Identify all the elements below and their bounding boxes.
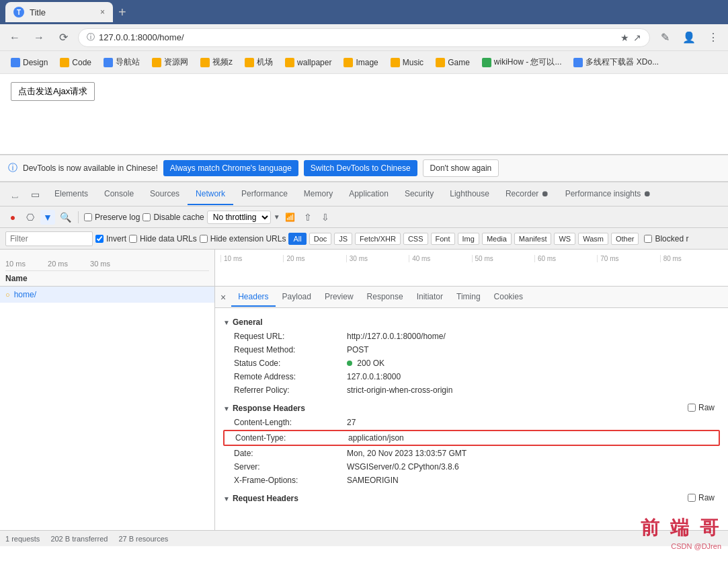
bookmark-item[interactable]: 导航站: [98, 54, 145, 71]
collapse-icon: ▼: [223, 319, 230, 326]
watermark-sub: CSDN @DJren: [671, 542, 721, 550]
throttle-select[interactable]: No throttling: [207, 211, 271, 224]
tab-security[interactable]: Security: [397, 184, 442, 205]
details-tab-timing[interactable]: Timing: [450, 288, 487, 307]
share-icon[interactable]: ↗: [633, 32, 641, 43]
tab-network[interactable]: Network: [188, 184, 233, 205]
forward-button[interactable]: →: [30, 28, 48, 47]
reload-button[interactable]: ⟳: [54, 28, 73, 47]
details-tab-headers[interactable]: Headers: [231, 288, 275, 307]
inspect-element-icon[interactable]: ⎵: [5, 184, 24, 205]
filter-button[interactable]: ▼: [40, 210, 55, 225]
request-headers-title[interactable]: ▼ Request Headers: [223, 490, 298, 506]
details-tab-cookies[interactable]: Cookies: [487, 288, 530, 307]
tab-close-button[interactable]: ×: [100, 7, 105, 17]
tab-console[interactable]: Console: [96, 184, 142, 205]
hide-extension-urls-input[interactable]: [200, 235, 208, 243]
active-tab[interactable]: T Title ×: [5, 2, 113, 22]
disable-cache-input[interactable]: [143, 213, 151, 221]
filter-type-font[interactable]: Font: [431, 233, 455, 245]
filter-input[interactable]: [5, 231, 93, 246]
invert-input[interactable]: [95, 235, 104, 243]
preserve-log-label: Preserve log: [95, 213, 140, 222]
blocked-input[interactable]: [644, 235, 652, 243]
ajax-button[interactable]: 点击发送Ajax请求: [11, 82, 95, 101]
filter-type-fetchxhr[interactable]: Fetch/XHR: [355, 233, 401, 245]
filter-type-doc[interactable]: Doc: [309, 233, 332, 245]
raw-checkbox[interactable]: Raw: [688, 403, 715, 412]
bookmark-item[interactable]: Image: [338, 55, 383, 70]
wifi-icon[interactable]: 📶: [283, 210, 298, 225]
status-code-label: Status Code:: [234, 359, 341, 368]
response-headers-title[interactable]: ▼ Response Headers: [223, 400, 305, 416]
new-tab-button[interactable]: +: [118, 5, 126, 20]
raw-input[interactable]: [688, 404, 696, 412]
preserve-log-checkbox[interactable]: Preserve log: [84, 213, 140, 222]
filter-type-all[interactable]: All: [288, 233, 306, 245]
details-column: 10 ms 20 ms 30 ms 40 ms 50 ms 60 ms 70 m…: [215, 250, 728, 530]
bookmark-item[interactable]: Game: [430, 55, 475, 70]
filter-type-wasm[interactable]: Wasm: [578, 233, 608, 245]
filter-type-manifest[interactable]: Manifest: [514, 233, 552, 245]
tab-lighthouse[interactable]: Lighthouse: [442, 184, 497, 205]
clear-button[interactable]: ⎔: [23, 210, 38, 225]
tab-sources[interactable]: Sources: [142, 184, 188, 205]
tab-memory[interactable]: Memory: [296, 184, 341, 205]
bookmark-item[interactable]: wikiHow - 您可以...: [477, 54, 567, 71]
switch-devtools-language-button[interactable]: Switch DevTools to Chinese: [304, 160, 417, 176]
raw-request-input[interactable]: [688, 494, 696, 502]
invert-label: Invert: [106, 234, 126, 244]
menu-button[interactable]: ⋮: [704, 28, 723, 47]
details-tab-response[interactable]: Response: [360, 288, 410, 307]
details-tab-payload[interactable]: Payload: [276, 288, 318, 307]
bookmark-item[interactable]: 资源网: [147, 54, 194, 71]
preserve-log-input[interactable]: [84, 213, 92, 221]
back-button[interactable]: ←: [5, 28, 24, 47]
transferred-size: 202 B transferred: [50, 535, 108, 543]
collapse-icon: ▼: [223, 495, 230, 502]
tab-application[interactable]: Application: [341, 184, 397, 205]
hide-data-urls-input[interactable]: [129, 235, 137, 243]
tab-performance-insights[interactable]: Performance insights ⏺: [557, 184, 659, 205]
dont-show-again-button[interactable]: Don't show again: [423, 159, 499, 177]
tick-60ms: 60 ms: [534, 255, 597, 262]
bookmark-item[interactable]: Music: [385, 55, 429, 70]
raw-request-checkbox[interactable]: Raw: [688, 493, 715, 502]
search-button[interactable]: 🔍: [58, 210, 73, 225]
bookmark-item[interactable]: 多线程下载器 XDo...: [568, 54, 664, 71]
always-match-language-button[interactable]: Always match Chrome's language: [163, 160, 298, 176]
tab-performance[interactable]: Performance: [233, 184, 296, 205]
blocked-checkbox[interactable]: Blocked r: [644, 234, 688, 244]
bookmark-item[interactable]: wallpaper: [280, 55, 337, 70]
address-box[interactable]: ⓘ 127.0.0.1:8000/home/ ★ ↗: [78, 28, 650, 47]
download-icon[interactable]: ⇩: [318, 210, 333, 225]
filter-type-js[interactable]: JS: [334, 233, 352, 245]
tab-elements[interactable]: Elements: [46, 184, 96, 205]
filter-type-media[interactable]: Media: [482, 233, 512, 245]
filter-type-css[interactable]: CSS: [403, 233, 428, 245]
details-tab-initiator[interactable]: Initiator: [410, 288, 450, 307]
hide-data-urls-checkbox[interactable]: Hide data URLs: [129, 234, 197, 244]
extensions-button[interactable]: ✎: [655, 28, 674, 47]
bookmark-item[interactable]: Code: [54, 55, 97, 70]
bookmark-item[interactable]: Design: [5, 55, 53, 70]
disable-cache-checkbox[interactable]: Disable cache: [143, 213, 204, 222]
filter-type-ws[interactable]: WS: [554, 233, 575, 245]
filter-type-img[interactable]: Img: [458, 233, 479, 245]
record-button[interactable]: ●: [5, 210, 20, 225]
request-item[interactable]: ○ home/: [0, 287, 214, 303]
tab-recorder[interactable]: Recorder ⏺: [497, 184, 557, 205]
bookmark-item[interactable]: 视频z: [195, 54, 238, 71]
profile-button[interactable]: 👤: [680, 28, 698, 47]
filter-type-other[interactable]: Other: [611, 233, 639, 245]
invert-checkbox[interactable]: Invert: [95, 234, 126, 244]
details-close-button[interactable]: ×: [220, 292, 226, 303]
bookmark-star-icon[interactable]: ★: [620, 32, 629, 43]
bookmark-label: Image: [356, 58, 378, 67]
general-section-header[interactable]: ▼ General: [223, 313, 720, 330]
details-tab-preview[interactable]: Preview: [318, 288, 360, 307]
bookmark-item[interactable]: 机场: [239, 54, 278, 71]
upload-icon[interactable]: ⇧: [300, 210, 315, 225]
device-toolbar-icon[interactable]: ▭: [24, 184, 46, 205]
hide-extension-urls-checkbox[interactable]: Hide extension URLs: [200, 234, 286, 244]
